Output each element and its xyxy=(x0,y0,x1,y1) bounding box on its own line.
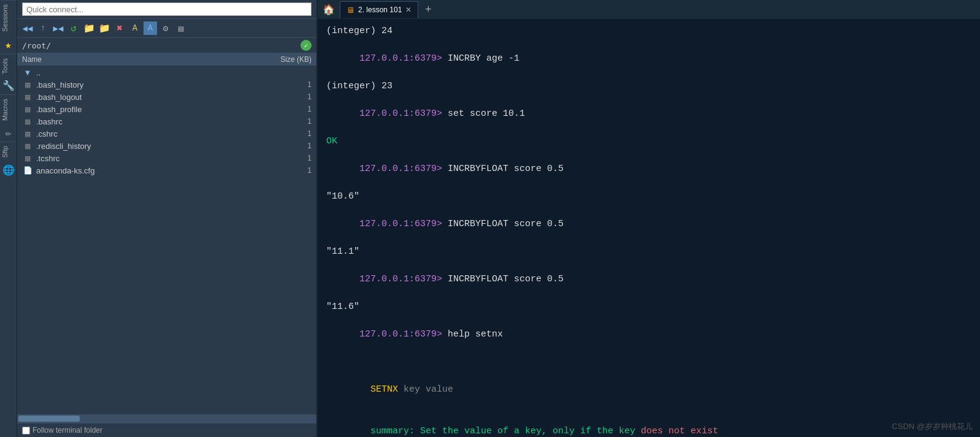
path-bar: /root/ ✓ xyxy=(17,38,316,53)
terminal-prompt-line: 127.0.0.1:6379> help setnx xyxy=(326,314,971,356)
quick-connect-input[interactable] xyxy=(22,2,312,16)
file-icon: ▦ xyxy=(22,116,33,126)
delete-icon[interactable]: ✖ xyxy=(113,21,126,35)
file-size: 1 xyxy=(262,142,312,150)
star-icon[interactable]: ★ xyxy=(2,36,14,54)
new-tab-button[interactable]: + xyxy=(421,2,435,17)
terminal-prompt-line: 127.0.0.1:6379> INCRBY age -1 xyxy=(326,39,971,80)
terminal-tabs: 🏠 🖥 2. lesson 101 ✕ + xyxy=(318,0,980,20)
command: INCRBYFLOAT score 0.5 xyxy=(448,219,564,229)
command: help setnx xyxy=(448,329,503,340)
menu-icon[interactable]: ▤ xyxy=(174,21,188,35)
col-name-header: Name xyxy=(22,55,262,64)
home-icon[interactable]: 🏠 xyxy=(320,1,337,18)
file-name: .rediscli_history xyxy=(36,142,262,151)
file-icon: ▦ xyxy=(22,104,33,114)
terminal-panel: 🏠 🖥 2. lesson 101 ✕ + (integer) 24 127.0… xyxy=(318,0,980,437)
terminal-output-line: (integer) 24 xyxy=(326,25,971,39)
sidebar-item-macros[interactable]: Macros xyxy=(0,94,17,124)
sftp-icon[interactable]: 🌐 xyxy=(0,162,17,179)
forward-icon[interactable]: ▶◀ xyxy=(52,21,65,35)
prompt: 127.0.0.1:6379> xyxy=(359,164,448,174)
list-item[interactable]: ▦ .bash_history 1 xyxy=(17,78,316,91)
command: INCRBY age -1 xyxy=(448,53,519,64)
terminal-help-cmd-line: SETNX key value xyxy=(326,370,971,411)
bottom-bar: Follow terminal folder xyxy=(17,423,316,437)
file-size: 1 xyxy=(262,154,312,162)
list-item[interactable]: ▦ .rediscli_history 1 xyxy=(17,140,316,152)
terminal-output-line: "10.6" xyxy=(326,190,971,204)
list-item[interactable]: ▦ .bash_logout 1 xyxy=(17,91,316,103)
file-icon: ▦ xyxy=(22,129,33,139)
current-path: /root/ xyxy=(22,41,51,50)
sidebar-item-sftp[interactable]: Sftp xyxy=(0,142,17,162)
terminal-ok-line: OK xyxy=(326,135,971,149)
terminal-help-summary-line: summary: Set the value of a key, only if… xyxy=(326,411,971,437)
help-summary-prefix: summary: xyxy=(359,426,420,436)
folder-icon[interactable]: 📁 xyxy=(82,21,96,35)
follow-terminal-text: Follow terminal folder xyxy=(33,426,102,435)
wrench-icon[interactable]: 🔧 xyxy=(0,77,17,94)
prompt: 127.0.0.1:6379> xyxy=(359,329,448,340)
follow-terminal-checkbox[interactable] xyxy=(22,427,30,435)
file-name: .bashrc xyxy=(36,117,262,126)
list-item[interactable]: ▦ .bashrc 1 xyxy=(17,115,316,127)
file-toolbar: ◀◀ ↑ ▶◀ ↺ 📁 📁 ✖ A A ⚙ ▤ xyxy=(17,19,316,38)
terminal-tab-active[interactable]: 🖥 2. lesson 101 ✕ xyxy=(340,1,418,18)
back-icon[interactable]: ◀◀ xyxy=(21,21,34,35)
file-name: .. xyxy=(36,68,262,77)
file-name: .tcshrc xyxy=(36,154,262,163)
file-size: 1 xyxy=(262,129,312,138)
file-size: 1 xyxy=(262,166,312,175)
list-item[interactable]: ▦ .cshrc 1 xyxy=(17,127,316,140)
new-folder-icon[interactable]: 📁 xyxy=(98,21,111,35)
file-size: 1 xyxy=(262,93,312,101)
list-item[interactable]: ▦ .tcshrc 1 xyxy=(17,152,316,164)
file-size: 1 xyxy=(262,117,312,126)
terminal-blank-line xyxy=(326,355,971,370)
follow-terminal-label[interactable]: Follow terminal folder xyxy=(22,426,102,435)
prompt: 127.0.0.1:6379> xyxy=(359,108,448,119)
tab-icon: 🖥 xyxy=(346,6,354,15)
file-name: anaconda-ks.cfg xyxy=(36,166,262,175)
file-icon: ▦ xyxy=(22,80,33,89)
tab-label: 2. lesson 101 xyxy=(358,6,402,14)
file-list: ▼ .. ▦ .bash_history 1 ▦ .bash_logout 1 … xyxy=(17,66,316,414)
scrollbar-thumb[interactable] xyxy=(18,416,80,422)
list-item[interactable]: ▦ .bash_profile 1 xyxy=(17,103,316,115)
terminal-prompt-line: 127.0.0.1:6379> INCRBYFLOAT score 0.5 xyxy=(326,259,971,301)
sidebar-item-tools[interactable]: Tools xyxy=(0,54,17,78)
list-item[interactable]: 📄 anaconda-ks.cfg 1 xyxy=(17,164,316,177)
path-ok-icon: ✓ xyxy=(301,40,312,51)
up-icon[interactable]: ↑ xyxy=(36,21,50,35)
terminal-prompt-line: 127.0.0.1:6379> set score 10.1 xyxy=(326,94,971,135)
edit-icon[interactable]: A xyxy=(128,21,142,35)
terminal-body[interactable]: (integer) 24 127.0.0.1:6379> INCRBY age … xyxy=(318,20,980,437)
folder-up-icon: ▼ xyxy=(22,67,33,77)
help-summary-highlight: does not exist xyxy=(641,426,718,436)
help-args: key value xyxy=(398,384,453,395)
prompt: 127.0.0.1:6379> xyxy=(359,219,448,229)
prompt: 127.0.0.1:6379> xyxy=(359,53,448,64)
settings-icon[interactable]: ⚙ xyxy=(159,21,172,35)
horizontal-scrollbar[interactable] xyxy=(17,414,316,423)
command: INCRBYFLOAT score 0.5 xyxy=(448,274,564,284)
tab-close-icon[interactable]: ✕ xyxy=(405,6,412,14)
highlight-icon[interactable]: A xyxy=(144,21,157,35)
terminal-output-line: "11.1" xyxy=(326,245,971,259)
file-icon: ▦ xyxy=(22,141,33,151)
left-panel: Sessions ★ Tools 🔧 Macros ✏ Sftp 🌐 ◀◀ ↑ … xyxy=(17,0,318,437)
command: INCRBYFLOAT score 0.5 xyxy=(448,164,564,174)
macro-icon[interactable]: ✏ xyxy=(3,124,14,142)
file-special-icon: 📄 xyxy=(22,165,33,175)
file-icon: ▦ xyxy=(22,153,33,163)
help-summary-normal: Set the value of a key, only if the key xyxy=(420,426,641,436)
sidebar-item-sessions[interactable]: Sessions xyxy=(0,0,17,36)
list-item[interactable]: ▼ .. xyxy=(17,66,316,78)
file-list-header: Name Size (KB) xyxy=(17,53,316,66)
file-name: .bash_profile xyxy=(36,105,262,114)
side-tabs: Sessions ★ Tools 🔧 Macros ✏ Sftp 🌐 xyxy=(0,0,17,437)
refresh-icon[interactable]: ↺ xyxy=(67,21,80,35)
file-size: 1 xyxy=(262,80,312,89)
help-cmd: SETNX xyxy=(359,384,398,395)
